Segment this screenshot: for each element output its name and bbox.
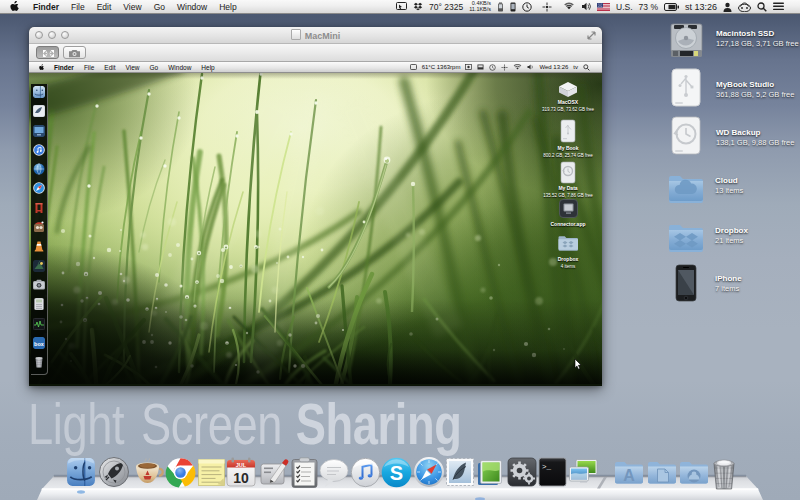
svg-text:S: S [390, 462, 403, 484]
svg-text:10: 10 [233, 470, 249, 486]
svg-text:JUL: JUL [236, 462, 247, 468]
svg-text:box: box [34, 341, 45, 347]
svg-text:A: A [623, 467, 635, 484]
svg-text:>_: >_ [542, 463, 552, 471]
